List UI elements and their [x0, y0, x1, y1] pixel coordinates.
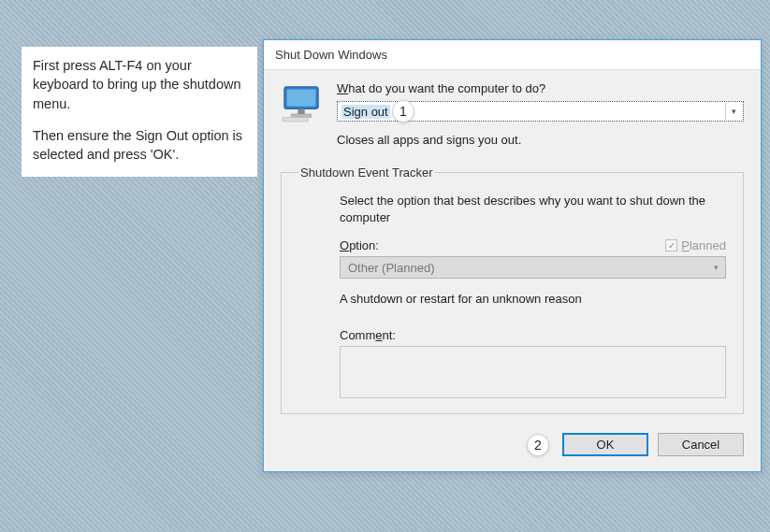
- dialog-body: What do you want the computer to do? Sig…: [264, 70, 761, 427]
- callout-1: 1: [392, 100, 414, 122]
- action-dropdown-value: Sign out: [341, 105, 390, 119]
- shutdown-dialog: Shut Down Windows What do you want the c…: [263, 39, 762, 472]
- tracker-description: Select the option that best describes wh…: [340, 193, 726, 225]
- reason-description: A shutdown or restart for an unknown rea…: [340, 292, 726, 306]
- action-dropdown[interactable]: Sign out ▾ 1: [337, 101, 744, 122]
- reason-dropdown-value: Other (Planned): [348, 261, 435, 275]
- dialog-footer: 2 OK Cancel: [264, 433, 761, 471]
- instruction-line-1: First press ALT-F4 on your keyboard to b…: [33, 56, 246, 113]
- comment-label: Comment:: [340, 328, 726, 342]
- planned-label: Planned: [681, 238, 726, 252]
- computer-icon: [281, 85, 322, 122]
- tracker-legend: Shutdown Event Tracker: [298, 165, 435, 180]
- ok-button[interactable]: OK: [562, 433, 648, 456]
- callout-2: 2: [527, 434, 549, 456]
- instruction-panel: First press ALT-F4 on your keyboard to b…: [22, 47, 257, 177]
- checkmark-icon: ✓: [665, 239, 677, 252]
- chevron-down-icon: ▾: [707, 258, 724, 277]
- comment-textarea: [340, 346, 726, 398]
- chevron-down-icon: ▾: [725, 103, 742, 120]
- instruction-line-2: Then ensure the Sign Out option is selec…: [33, 126, 246, 165]
- cancel-button[interactable]: Cancel: [658, 433, 744, 456]
- svg-rect-3: [291, 114, 312, 118]
- svg-rect-1: [287, 90, 316, 107]
- action-description: Closes all apps and signs you out.: [337, 133, 744, 147]
- prompt-label: What do you want the computer to do?: [337, 81, 744, 95]
- svg-rect-2: [298, 108, 304, 113]
- reason-dropdown: Other (Planned) ▾: [340, 256, 726, 279]
- svg-rect-4: [283, 118, 308, 122]
- option-label: Option:: [340, 238, 379, 252]
- dialog-title: Shut Down Windows: [264, 40, 761, 70]
- shutdown-event-tracker: Shutdown Event Tracker Select the option…: [281, 165, 744, 414]
- planned-checkbox: ✓ Planned: [665, 238, 726, 252]
